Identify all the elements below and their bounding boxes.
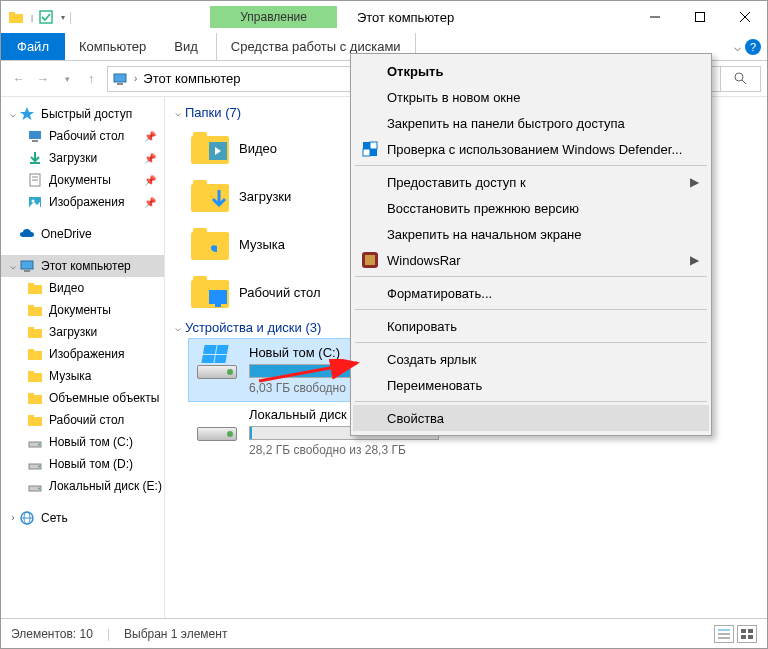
sidebar-item[interactable]: Рабочий стол (1, 409, 164, 431)
menu-item[interactable]: Открыть (353, 58, 709, 84)
sidebar-label: Рабочий стол (49, 129, 124, 143)
close-button[interactable] (722, 2, 767, 32)
menu-item[interactable]: Предоставить доступ к ▶ (353, 169, 709, 195)
svg-rect-19 (21, 261, 33, 269)
sidebar-label: Загрузки (49, 325, 97, 339)
tiles-view-button[interactable] (737, 625, 757, 643)
drive-icon (27, 434, 43, 450)
sidebar-item[interactable]: Изображения (1, 343, 164, 365)
svg-rect-1 (9, 12, 15, 15)
search-box[interactable] (721, 66, 761, 92)
menu-item-label: Закрепить на панели быстрого доступа (387, 116, 625, 131)
details-view-button[interactable] (714, 625, 734, 643)
folder-icon (27, 128, 43, 144)
sidebar-item[interactable]: Документы (1, 299, 164, 321)
svg-point-9 (735, 73, 743, 81)
menu-item[interactable]: Форматировать... (353, 280, 709, 306)
drive-icon (195, 407, 239, 443)
folder-label: Рабочий стол (239, 285, 321, 300)
sidebar-item[interactable]: Рабочий стол 📌 (1, 125, 164, 147)
address-text[interactable]: Этот компьютер (143, 71, 240, 86)
sidebar-item[interactable]: Загрузки (1, 321, 164, 343)
menu-separator (355, 342, 707, 343)
onedrive-node[interactable]: OneDrive (1, 223, 164, 245)
search-icon (734, 72, 747, 85)
submenu-arrow-icon: ▶ (690, 175, 699, 189)
svg-rect-31 (28, 395, 42, 404)
properties-icon[interactable] (35, 6, 57, 28)
minimize-button[interactable] (632, 2, 677, 32)
chevron-down-icon[interactable]: ⌵ (175, 322, 181, 333)
svg-rect-47 (215, 304, 221, 307)
qat-separator: | (69, 10, 72, 24)
sidebar-item[interactable]: Объемные объекты (1, 387, 164, 409)
menu-item[interactable]: Копировать (353, 313, 709, 339)
pin-icon: 📌 (144, 175, 156, 186)
svg-rect-32 (28, 393, 34, 396)
sidebar-item[interactable]: Документы 📌 (1, 169, 164, 191)
menu-item[interactable]: WindowsRar ▶ (353, 247, 709, 273)
menu-item-label: Закрепить на начальном экране (387, 227, 582, 242)
chevron-right-icon[interactable]: › (132, 73, 139, 84)
computer-icon (112, 71, 128, 87)
menu-separator (355, 401, 707, 402)
this-pc-node[interactable]: ⌵ Этот компьютер (1, 255, 164, 277)
sidebar-label: Новый том (C:) (49, 435, 133, 449)
menu-item[interactable]: Восстановить прежнюю версию (353, 195, 709, 221)
sidebar-item[interactable]: Музыка (1, 365, 164, 387)
menu-separator (355, 309, 707, 310)
menu-item-label: Свойства (387, 411, 444, 426)
svg-rect-48 (363, 142, 370, 149)
drive-icon (27, 478, 43, 494)
forward-button[interactable]: → (31, 67, 55, 91)
folder-label: Видео (239, 141, 277, 156)
help-icon[interactable]: ? (745, 39, 761, 55)
menu-item[interactable]: Закрепить на панели быстрого доступа (353, 110, 709, 136)
maximize-button[interactable] (677, 2, 722, 32)
folder-icon (27, 324, 43, 340)
svg-rect-11 (29, 131, 41, 139)
sidebar-item[interactable]: Видео (1, 277, 164, 299)
collapse-icon[interactable]: ⌵ (7, 259, 19, 271)
back-button[interactable]: ← (7, 67, 31, 91)
svg-rect-22 (28, 283, 34, 286)
menu-item[interactable]: Проверка с использованием Windows Defend… (353, 136, 709, 162)
sidebar-label: Сеть (41, 511, 68, 525)
recent-locations-button[interactable]: ▾ (55, 67, 79, 91)
drive-icon (195, 345, 239, 381)
svg-rect-51 (370, 149, 377, 156)
sidebar-item[interactable]: Изображения 📌 (1, 191, 164, 213)
chevron-down-icon[interactable]: ⌵ (175, 107, 181, 118)
svg-rect-29 (28, 373, 42, 382)
folder-icon (27, 150, 43, 166)
sidebar-label: Изображения (49, 195, 124, 209)
menu-item[interactable]: Открыть в новом окне (353, 84, 709, 110)
ribbon-tab[interactable]: Вид (160, 33, 212, 60)
menu-item-label: Создать ярлык (387, 352, 476, 367)
up-button[interactable]: ↑ (79, 67, 103, 91)
folder-icon (191, 226, 229, 262)
ribbon-tab[interactable]: Компьютер (65, 33, 160, 60)
cloud-icon (19, 226, 35, 242)
sidebar-item[interactable]: Локальный диск (E:) (1, 475, 164, 497)
svg-rect-46 (209, 290, 227, 304)
sidebar-item[interactable]: Новый том (C:) (1, 431, 164, 453)
collapse-icon[interactable]: ⌵ (7, 107, 19, 119)
ribbon-right: ⌵ ? (728, 33, 767, 60)
caret-down-icon[interactable]: ▾ (61, 13, 65, 22)
sidebar-item[interactable]: Новый том (D:) (1, 453, 164, 475)
menu-item[interactable]: Закрепить на начальном экране (353, 221, 709, 247)
status-item-count: Элементов: 10 (11, 627, 93, 641)
file-tab[interactable]: Файл (1, 33, 65, 60)
window-controls (632, 2, 767, 32)
network-node[interactable]: › Сеть (1, 507, 164, 529)
window: | ▾ | Управление Этот компьютер Файл Ком… (0, 0, 768, 649)
expand-icon[interactable]: › (7, 511, 19, 523)
folder-icon[interactable] (5, 6, 27, 28)
quick-access-node[interactable]: ⌵ Быстрый доступ (1, 103, 164, 125)
menu-item[interactable]: Создать ярлык (353, 346, 709, 372)
menu-item[interactable]: Свойства (353, 405, 709, 431)
collapse-ribbon-icon[interactable]: ⌵ (734, 40, 741, 54)
sidebar-item[interactable]: Загрузки 📌 (1, 147, 164, 169)
menu-item[interactable]: Переименовать (353, 372, 709, 398)
